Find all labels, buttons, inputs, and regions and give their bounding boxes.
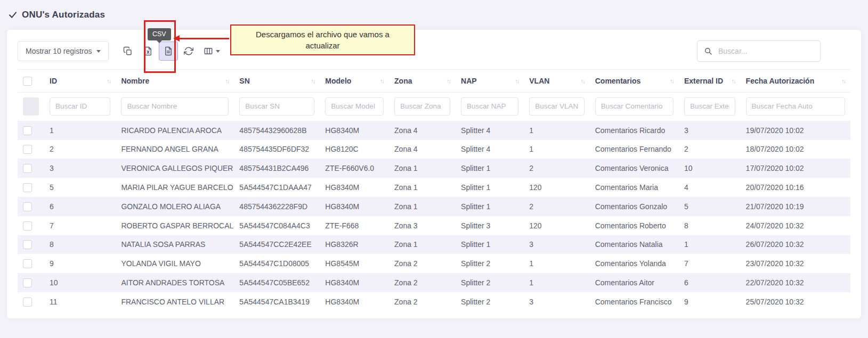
csv-button[interactable] — [159, 42, 178, 61]
filter-input-vlan[interactable] — [529, 97, 584, 116]
select-all-checkbox[interactable] — [23, 77, 32, 86]
filter-input-sn[interactable] — [239, 97, 314, 116]
column-header-vlan[interactable]: ↑↓VLAN — [524, 70, 589, 93]
column-header-fecha-autorizacion[interactable]: ↑↓Fecha Autorización — [741, 70, 850, 93]
row-checkbox[interactable] — [23, 183, 32, 192]
cell-vlan: 1 — [524, 121, 589, 140]
cell-nombre: GONZALO MOLERO ALIAGA — [116, 197, 234, 216]
column-header-zona[interactable]: ↑↓Zona — [389, 70, 456, 93]
sort-icon: ↑↓ — [515, 78, 518, 84]
column-header-external-id[interactable]: ↑↓External ID — [679, 70, 741, 93]
cell-comentarios: Comentarios Aitor — [590, 273, 679, 292]
column-header-comentarios[interactable]: ↑↓Comentarios — [590, 70, 679, 93]
caret-down-icon — [96, 50, 101, 53]
table-toolbar: Mostrar 10 registros — [18, 40, 850, 62]
row-checkbox[interactable] — [23, 278, 32, 287]
filter-input-zona[interactable] — [394, 97, 450, 116]
cell-external-id: 6 — [679, 273, 741, 292]
filter-input-id[interactable] — [50, 97, 110, 116]
filter-input-nap[interactable] — [461, 97, 518, 116]
column-label: Zona — [394, 77, 412, 85]
copy-button[interactable] — [118, 42, 137, 61]
cell-sn: 5A544547C1DAAA47 — [234, 178, 320, 197]
column-header-modelo[interactable]: ↑↓Modelo — [320, 70, 389, 93]
cell-vlan: 2 — [524, 197, 589, 216]
filter-input-fecha[interactable] — [746, 97, 845, 116]
column-header-nombre[interactable]: ↑↓Nombre — [116, 70, 234, 93]
table-body: 1 RICARDO PALENCIA AROCA 485754432960628… — [18, 121, 850, 311]
cell-zona: Zona 2 — [389, 273, 456, 292]
row-checkbox[interactable] — [23, 126, 32, 135]
cell-id: 3 — [44, 159, 116, 178]
check-icon — [9, 11, 17, 19]
cell-modelo: HG8326R — [320, 235, 389, 254]
export-button-group — [118, 42, 224, 61]
excel-button[interactable] — [139, 42, 158, 61]
row-checkbox[interactable] — [23, 221, 32, 230]
table-row: 8 NATALIA SOSA PARRAS 5A544547CC2E42EE H… — [18, 235, 850, 254]
cell-vlan: 1 — [524, 140, 589, 159]
cell-nap: Splitter 4 — [456, 140, 524, 159]
cell-fecha: 19/07/2020 10:02 — [741, 121, 850, 140]
column-header-nap[interactable]: ↑↓NAP — [456, 70, 524, 93]
cell-fecha: 23/07/2020 10:32 — [741, 254, 850, 273]
table-row: 10 AITOR ANDRADES TORTOSA 5A544547C05BE6… — [18, 273, 850, 292]
filter-input-nombre[interactable] — [121, 97, 229, 116]
column-visibility-button[interactable] — [199, 42, 224, 61]
table-columns-icon — [204, 46, 213, 56]
cell-id: 11 — [44, 292, 116, 311]
search-input[interactable] — [717, 46, 814, 56]
cell-nombre: FERNANDO ANGEL GRANA — [116, 140, 234, 159]
cell-sn: 5A544547C05BE652 — [234, 273, 320, 292]
column-label: Nombre — [121, 77, 149, 85]
cell-modelo: HG8340M — [320, 273, 389, 292]
column-header-sn[interactable]: ↑↓SN — [234, 70, 320, 93]
row-checkbox[interactable] — [23, 164, 32, 173]
cell-vlan: 1 — [524, 273, 589, 292]
row-checkbox[interactable] — [23, 145, 32, 154]
filter-input-comentarios[interactable] — [595, 97, 674, 116]
cell-sn: 485754435DF6DF32 — [234, 140, 320, 159]
refresh-button[interactable] — [179, 42, 198, 61]
cell-nombre: YOLANDA VIGIL MAYO — [116, 254, 234, 273]
cell-external-id: 3 — [679, 121, 741, 140]
sort-icon: ↑↓ — [732, 78, 735, 84]
cell-nombre: ROBERTO GASPAR BERROCAL — [116, 216, 234, 235]
row-checkbox[interactable] — [23, 259, 32, 268]
page-title: ONU's Autorizadas — [22, 10, 105, 20]
page-length-dropdown[interactable]: Mostrar 10 registros — [18, 41, 109, 61]
filter-input-external-id[interactable] — [684, 97, 735, 116]
row-checkbox[interactable] — [23, 298, 32, 307]
cell-nap: Splitter 2 — [456, 292, 524, 311]
cell-vlan: 120 — [524, 178, 589, 197]
cell-comentarios: Comentarios Francisco — [590, 292, 679, 311]
cell-vlan: 1 — [524, 254, 589, 273]
cell-comentarios: Comentarios Veronica — [590, 159, 679, 178]
cell-fecha: 21/07/2020 10:19 — [741, 197, 850, 216]
column-header-id[interactable]: ↑↓ID — [44, 70, 116, 93]
sort-icon: ↑↓ — [581, 78, 585, 84]
column-label: Comentarios — [595, 77, 641, 85]
row-checkbox[interactable] — [23, 202, 32, 211]
column-label: NAP — [461, 77, 477, 85]
cell-id: 10 — [44, 273, 116, 292]
row-checkbox[interactable] — [23, 240, 32, 249]
cell-vlan: 3 — [524, 292, 589, 311]
cell-nap: Splitter 2 — [456, 254, 524, 273]
filter-input-modelo[interactable] — [325, 97, 384, 116]
sort-icon: ↑↓ — [670, 78, 674, 84]
page-length-label: Mostrar 10 registros — [26, 47, 92, 55]
cell-nombre: NATALIA SOSA PARRAS — [116, 235, 234, 254]
sort-icon: ↑↓ — [380, 78, 384, 84]
copy-icon — [123, 46, 133, 56]
table-row: 6 GONZALO MOLERO ALIAGA 4857544362228F9D… — [18, 197, 850, 216]
cell-nap: Splitter 1 — [456, 235, 524, 254]
search-icon — [704, 47, 712, 55]
cell-modelo: HG8340M — [320, 121, 389, 140]
filter-blank — [23, 97, 39, 116]
cell-fecha: 22/07/2020 10:32 — [741, 273, 850, 292]
table-row: 5 MARIA PILAR YAGUE BARCELO 5A544547C1DA… — [18, 178, 850, 197]
table-card: Mostrar 10 registros — [7, 30, 861, 318]
cell-sn: 485754431B2CA496 — [234, 159, 320, 178]
cell-zona: Zona 1 — [389, 235, 456, 254]
